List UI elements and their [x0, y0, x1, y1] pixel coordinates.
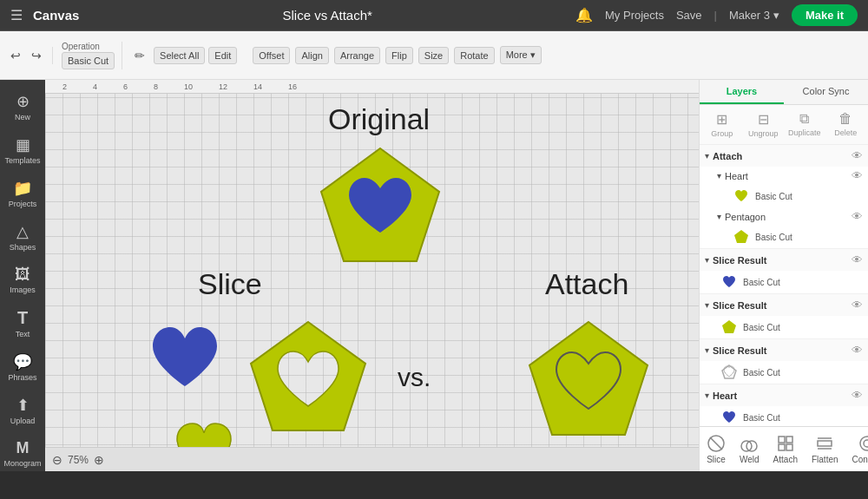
eye-attach[interactable]: 👁 [852, 149, 863, 162]
doc-title: Slice vs Attach* [89, 8, 565, 23]
layer-subgroup-header-heart[interactable]: ▾ Heart 👁 [712, 167, 868, 185]
svg-rect-15 [779, 444, 785, 450]
layer-item-label-slice2: Basic Cut [743, 323, 863, 332]
weld-action-button[interactable]: Weld [733, 430, 766, 468]
sidebar-item-new[interactable]: ⊕ New [0, 87, 45, 127]
layer-group-slice3: ▾ Slice Result 👁 Basic Cut [700, 339, 868, 384]
my-projects-link[interactable]: My Projects [605, 9, 664, 22]
attach-svg [519, 315, 658, 445]
edit-button[interactable]: Edit [208, 47, 237, 64]
sidebar-item-label: Phrases [8, 373, 36, 382]
layer-item-slice3-outline[interactable]: Basic Cut [700, 361, 868, 384]
ungroup-button[interactable]: ⊟ Ungroup [745, 108, 783, 141]
bottom-toolbar: ⊖ 75% ⊕ [45, 447, 699, 471]
layer-group-header-attach[interactable]: ▾ Attach 👁 [700, 145, 868, 167]
more-button[interactable]: More ▾ [500, 46, 542, 64]
contour-action-icon [858, 434, 868, 453]
sidebar-item-monogram[interactable]: M Monogram [0, 434, 45, 473]
offset-button[interactable]: Offset [253, 47, 290, 64]
ungroup-label: Ungroup [748, 129, 779, 138]
layer-item-slice2-green[interactable]: Basic Cut [700, 316, 868, 338]
duplicate-icon: ⧉ [799, 111, 809, 127]
eye-slice1[interactable]: 👁 [852, 253, 863, 266]
projects-icon: 📁 [13, 179, 32, 198]
zoom-out-button[interactable]: ⊖ [52, 453, 62, 467]
arrange-button[interactable]: Arrange [334, 47, 380, 64]
eye-heart2[interactable]: 👁 [852, 389, 863, 402]
rotate-button[interactable]: Rotate [454, 47, 494, 64]
attach-action-button[interactable]: Attach [766, 430, 805, 468]
layer-group-header-heart2[interactable]: ▾ Heart 👁 [700, 384, 868, 406]
sidebar-item-templates[interactable]: ▦ Templates [0, 130, 45, 170]
sidebar-item-phrases[interactable]: 💬 Phrases [0, 347, 45, 387]
undo-button[interactable]: ↩ [7, 47, 24, 64]
eye-slice3[interactable]: 👁 [852, 344, 863, 357]
pentagon-green-thumb [733, 228, 750, 246]
group-button[interactable]: ⊞ Group [703, 108, 741, 141]
sidebar-item-images[interactable]: 🖼 Images [0, 260, 45, 299]
layer-item-label-slice1: Basic Cut [743, 278, 863, 287]
hamburger-icon[interactable]: ☰ [10, 7, 23, 23]
slice2-green-thumb [720, 318, 738, 336]
eye-slice2[interactable]: 👁 [852, 299, 863, 312]
operation-selector[interactable]: Basic Cut [62, 52, 115, 69]
left-sidebar: ⊕ New ▦ Templates 📁 Projects △ Shapes 🖼 … [0, 80, 45, 471]
layers-list: ▾ Attach 👁 ▾ Heart 👁 Basic Cu [700, 145, 868, 426]
make-it-button[interactable]: Make it [792, 4, 858, 26]
layer-group-name-slice2: Slice Result [713, 300, 848, 311]
ruler-mark: 4 [93, 82, 97, 91]
canvas-area[interactable]: 2 4 6 8 10 12 14 16 Original Slice vs. A… [45, 80, 699, 471]
save-button[interactable]: Save [676, 9, 702, 22]
align-button[interactable]: Align [295, 47, 328, 64]
machine-selector[interactable]: Maker 3 ▾ [729, 9, 779, 22]
layer-subgroup-header-pentagon[interactable]: ▾ Pentagon 👁 [712, 207, 868, 226]
delete-button[interactable]: 🗑 Delete [827, 108, 865, 141]
size-button[interactable]: Size [418, 47, 449, 64]
layer-group-name-slice1: Slice Result [713, 255, 848, 266]
zoom-in-button[interactable]: ⊕ [94, 453, 104, 467]
layer-item-label-heart2: Basic Cut [743, 413, 863, 423]
ruler-mark: 8 [154, 82, 158, 91]
layer-group-header-slice1[interactable]: ▾ Slice Result 👁 [700, 249, 868, 271]
layer-group-header-slice3[interactable]: ▾ Slice Result 👁 [700, 339, 868, 361]
duplicate-button[interactable]: ⧉ Duplicate [786, 108, 824, 141]
tab-color-sync[interactable]: Color Sync [784, 80, 868, 104]
sidebar-item-shapes[interactable]: △ Shapes [0, 217, 45, 257]
pentagon-hole-svg [241, 315, 376, 441]
layer-group-slice2: ▾ Slice Result 👁 Basic Cut [700, 294, 868, 339]
eye-heart[interactable]: 👁 [852, 169, 863, 182]
sidebar-item-projects[interactable]: 📁 Projects [0, 174, 45, 213]
layer-subgroup-heart: ▾ Heart 👁 Basic Cut [700, 167, 868, 207]
attach-pentagon [519, 315, 658, 449]
sidebar-item-upload[interactable]: ⬆ Upload [0, 391, 45, 430]
group-icon: ⊞ [716, 111, 727, 128]
slice-pentagon-hole [241, 315, 376, 444]
layer-item-heart-green[interactable]: Basic Cut [712, 185, 868, 207]
flip-button[interactable]: Flip [385, 47, 413, 64]
sidebar-item-text[interactable]: T Text [0, 303, 45, 344]
ruler-mark: 16 [288, 82, 297, 91]
layer-item-slice1-blue[interactable]: Basic Cut [700, 271, 868, 293]
ruler-mark: 10 [184, 82, 193, 91]
layer-group-name-heart2: Heart [713, 391, 848, 401]
blue-heart-svg [146, 324, 224, 397]
flatten-action-button[interactable]: Flatten [805, 430, 845, 468]
layer-item-heart2-blue[interactable]: Basic Cut [700, 406, 868, 426]
select-all-button[interactable]: Select All [154, 47, 205, 64]
top-nav: ☰ Canvas Slice vs Attach* 🔔 My Projects … [0, 0, 868, 31]
sidebar-item-label: Monogram [3, 459, 41, 468]
tab-layers[interactable]: Layers [700, 80, 784, 104]
layer-item-pentagon-green[interactable]: Basic Cut [712, 226, 868, 248]
layer-group-header-slice2[interactable]: ▾ Slice Result 👁 [700, 294, 868, 316]
heart-green-thumb [733, 187, 750, 205]
eye-pentagon[interactable]: 👁 [852, 210, 863, 223]
pencil-button[interactable]: ✏ [131, 47, 148, 64]
contour-action-button[interactable]: Contour [845, 430, 868, 468]
svg-marker-4 [734, 230, 748, 243]
layer-group-name-attach: Attach [713, 151, 848, 161]
redo-button[interactable]: ↪ [28, 47, 45, 64]
attach-action-label: Attach [773, 455, 798, 464]
slice-action-button[interactable]: Slice [700, 430, 733, 468]
operation-label: Operation [62, 42, 100, 51]
bell-icon[interactable]: 🔔 [575, 7, 593, 23]
